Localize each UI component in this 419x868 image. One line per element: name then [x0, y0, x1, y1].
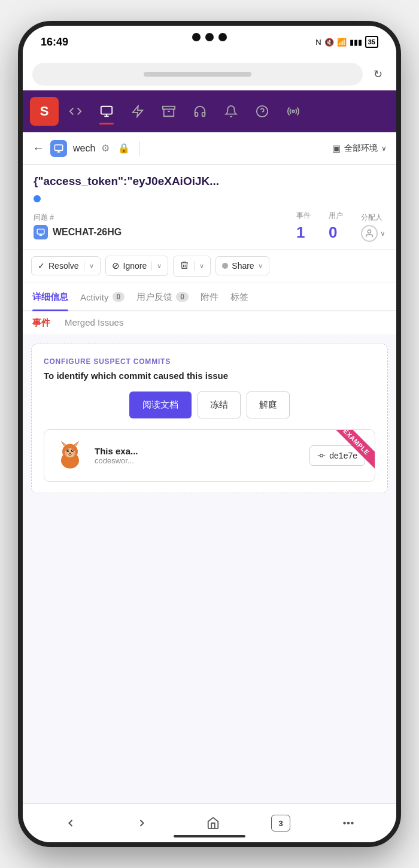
- nav-help-icon[interactable]: [248, 97, 277, 126]
- svg-point-19: [68, 450, 69, 451]
- status-time: 16:49: [41, 36, 68, 48]
- svg-point-27: [344, 823, 346, 824]
- sub-tab-merged[interactable]: Merged Issues: [65, 317, 123, 335]
- user-label: 用户: [329, 211, 343, 221]
- lock-icon: 🔒: [118, 142, 130, 154]
- nfc-icon: N: [315, 38, 321, 47]
- issue-id-row: WECHAT-26HG: [34, 225, 296, 239]
- assignee-chevron: ∨: [380, 229, 385, 238]
- assignee-avatar: [361, 225, 378, 242]
- tab-tags-label: 标签: [230, 292, 248, 303]
- browser-home-button[interactable]: [200, 810, 226, 836]
- status-bar: 16:49 N 🔇 📶 ▮▮▮ 35: [23, 26, 396, 58]
- tab-user-feedback[interactable]: 用户反馈 0: [136, 283, 189, 310]
- browser-back-button[interactable]: [57, 810, 84, 836]
- brand-icon[interactable]: S: [30, 97, 59, 126]
- trash-icon: [180, 260, 189, 272]
- project-name[interactable]: wech: [73, 143, 95, 154]
- fox-avatar: [54, 439, 86, 472]
- silent-icon: 🔇: [324, 38, 334, 47]
- camera-dot-right: [218, 33, 227, 41]
- suspect-title: CONFIGURE SUSPECT COMMITS: [44, 357, 375, 366]
- secondary-navigation: ← wech ⚙ 🔒 ▣ 全部环境 ∨: [23, 132, 396, 165]
- svg-point-22: [63, 451, 67, 455]
- delete-button[interactable]: ∨: [173, 256, 211, 277]
- divider3: [194, 261, 195, 271]
- tab-feedback-badge: 0: [176, 292, 189, 302]
- nav-bolt-icon[interactable]: [123, 97, 152, 126]
- divider: [84, 261, 84, 271]
- nav-layers-icon[interactable]: [92, 97, 121, 126]
- resolve-button[interactable]: ✓ Resolve ∨: [31, 256, 101, 275]
- active-indicator: [99, 123, 114, 125]
- sub-tab-merged-label: Merged Issues: [65, 317, 123, 327]
- issue-header: {"access_token":"eyJ0eXAiOiJK... 问题 # WE: [23, 165, 396, 250]
- tab-tags[interactable]: 标签: [230, 283, 248, 310]
- check-icon: ✓: [38, 261, 45, 271]
- ignore-chevron: ∨: [157, 262, 162, 270]
- nav-divider: [139, 141, 140, 156]
- status-icons: N 🔇 📶 ▮▮▮ 35: [315, 36, 378, 48]
- tabs-row: 详细信息 Activity 0 用户反馈 0 附件 标签: [32, 283, 387, 310]
- svg-rect-0: [101, 107, 112, 114]
- share-dot-icon: [222, 263, 228, 269]
- example-subtitle: codeswor...: [95, 456, 301, 465]
- svg-rect-7: [54, 145, 62, 150]
- action-bar: ✓ Resolve ∨ ⊘ Ignore ∨: [23, 250, 396, 283]
- battery-icon: 35: [365, 36, 378, 48]
- environment-selector[interactable]: ▣ 全部环境 ∨: [332, 143, 387, 154]
- svg-marker-14: [62, 442, 66, 445]
- svg-rect-2: [163, 107, 175, 110]
- sub-tab-row: 事件 Merged Issues: [32, 317, 387, 335]
- issue-title: {"access_token":"eyJ0eXAiOiJK...: [34, 174, 385, 189]
- browser-menu-button[interactable]: [335, 810, 362, 836]
- issue-label: 问题 #: [34, 213, 296, 223]
- back-button[interactable]: ←: [32, 141, 44, 155]
- nav-archive-icon[interactable]: [154, 97, 183, 126]
- event-label: 事件: [296, 211, 311, 221]
- tab-attachments[interactable]: 附件: [201, 283, 218, 310]
- suspect-description: To identify which commit caused this iss…: [44, 371, 375, 381]
- example-title: This exa...: [95, 446, 301, 456]
- settings-icon[interactable]: ⚙: [101, 142, 110, 154]
- sub-tab-events-label: 事件: [32, 317, 50, 327]
- issue-meta-columns: 事件 1 用户 0 分配人: [296, 211, 385, 242]
- tab-feedback-label: 用户反馈: [136, 292, 172, 303]
- sub-tab-events[interactable]: 事件: [32, 317, 50, 335]
- thaw-button[interactable]: 解庭: [247, 391, 290, 418]
- share-button[interactable]: Share ∨: [215, 256, 269, 275]
- event-count: 1: [296, 223, 305, 242]
- issue-status-dot: [34, 195, 41, 202]
- env-icon: ▣: [332, 143, 341, 154]
- tab-activity-badge: 0: [113, 292, 125, 302]
- assignee-row[interactable]: ∨: [361, 225, 385, 242]
- nav-headset-icon[interactable]: [186, 97, 214, 126]
- svg-point-9: [368, 230, 371, 233]
- freeze-button[interactable]: 冻结: [198, 391, 241, 418]
- tab-count-button[interactable]: 3: [271, 815, 290, 831]
- url-bar[interactable]: [32, 63, 363, 86]
- example-commit-card: This exa... codeswor... de1e7e EXAMPLE: [44, 429, 375, 482]
- nav-code-icon[interactable]: [61, 97, 90, 126]
- svg-point-20: [72, 450, 74, 451]
- ignore-icon: ⊘: [112, 260, 120, 271]
- refresh-button[interactable]: ↻: [369, 65, 387, 83]
- tab-details[interactable]: 详细信息: [32, 283, 68, 310]
- nav-radio-icon[interactable]: [279, 97, 308, 126]
- tab-activity[interactable]: Activity 0: [80, 284, 125, 309]
- read-docs-button[interactable]: 阅读文档: [129, 391, 192, 418]
- event-count-section: 事件 1: [296, 211, 311, 242]
- suspect-buttons: 阅读文档 冻结 解庭: [44, 391, 375, 418]
- scroll-indicator: [174, 835, 245, 837]
- sub-tabs: 事件 Merged Issues: [23, 311, 396, 335]
- nav-alert-icon[interactable]: [217, 97, 245, 126]
- tab-details-label: 详细信息: [32, 292, 68, 303]
- wifi-icon: 📶: [337, 38, 347, 47]
- tab-attachments-label: 附件: [201, 292, 218, 303]
- ignore-button[interactable]: ⊘ Ignore ∨: [105, 256, 169, 276]
- camera-notch: [192, 33, 227, 41]
- resolve-chevron: ∨: [89, 262, 94, 270]
- example-info: This exa... codeswor...: [95, 446, 301, 465]
- browser-forward-button[interactable]: [129, 810, 155, 836]
- divider2: [151, 261, 152, 271]
